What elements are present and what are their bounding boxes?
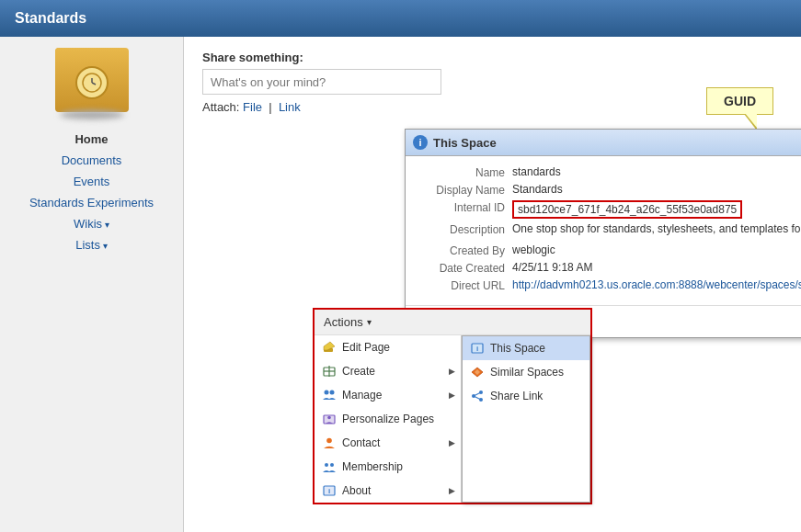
internal-id-value: sbd120ce7_671f_4b24_a26c_55f53e0ad875 <box>512 200 742 219</box>
name-value: standards <box>512 165 561 178</box>
description-value: One stop shop for standards, stylesheets… <box>512 222 801 235</box>
dialog-titlebar: i This Space ✕ <box>406 130 801 156</box>
svg-line-22 <box>474 392 481 396</box>
similar-spaces-icon <box>470 365 485 379</box>
submenu-item-share-link[interactable]: Share Link <box>463 384 589 408</box>
sidebar: Home Documents Events Standards Experime… <box>0 37 184 532</box>
actions-label: Actions <box>324 315 363 329</box>
this-space-dialog: i This Space ✕ Name standards Display Na… <box>405 129 801 338</box>
svg-point-12 <box>326 438 332 444</box>
menu-item-membership-label: Membership <box>342 460 403 473</box>
submenu-item-share-link-label: Share Link <box>490 390 543 402</box>
about-icon: i <box>322 483 337 498</box>
menu-item-personalize-pages-label: Personalize Pages <box>342 413 434 425</box>
svg-point-13 <box>325 463 328 467</box>
folder-icon <box>55 46 129 119</box>
name-label: Name <box>420 165 512 179</box>
description-label: Description <box>420 222 512 236</box>
dialog-row-direct-url: Direct URL http://dadvmh0213.us.oracle.c… <box>420 278 801 292</box>
dialog-row-internal-id: Internal ID sbd120ce7_671f_4b24_a26c_55f… <box>420 200 801 219</box>
display-name-label: Display Name <box>420 183 512 197</box>
date-created-label: Date Created <box>420 261 512 275</box>
menu-item-edit-page[interactable]: Edit Page <box>315 335 461 359</box>
created-by-label: Created By <box>420 243 512 257</box>
guid-callout: GUID <box>706 87 773 115</box>
create-icon <box>322 364 337 379</box>
actions-submenu: i This Space Similar Spaces <box>462 335 590 503</box>
sidebar-item-home[interactable]: Home <box>0 129 183 150</box>
dialog-row-display-name: Display Name Standards <box>420 183 801 197</box>
actions-main-menu: Edit Page Create Manage <box>315 335 462 503</box>
internal-id-label: Internal ID <box>420 200 512 214</box>
sidebar-item-lists[interactable]: Lists <box>0 234 183 255</box>
submenu-item-similar-spaces-label: Similar Spaces <box>490 366 564 379</box>
menu-item-contact[interactable]: Contact <box>315 431 461 455</box>
page-header: Standards <box>0 0 801 37</box>
actions-header[interactable]: Actions ▾ <box>315 310 590 335</box>
svg-point-9 <box>330 391 335 395</box>
clock-icon <box>81 72 103 94</box>
submenu-item-similar-spaces[interactable]: Similar Spaces <box>463 360 589 384</box>
menu-item-contact-label: Contact <box>342 436 380 449</box>
actions-menu-area: Actions ▾ Edit Page Create <box>313 308 592 504</box>
dialog-row-date-created: Date Created 4/25/11 9:18 AM <box>420 261 801 275</box>
guid-text: GUID <box>724 94 756 108</box>
this-space-icon: i <box>470 341 485 356</box>
svg-point-11 <box>327 416 331 420</box>
display-name-value: Standards <box>512 183 563 196</box>
direct-url-label: Direct URL <box>420 278 512 292</box>
dialog-title: This Space <box>433 136 497 150</box>
menu-item-about-label: About <box>342 484 371 497</box>
attach-label: Attach: <box>202 100 239 114</box>
svg-point-8 <box>325 391 329 395</box>
share-label: Share something: <box>202 51 783 64</box>
created-by-value: weblogic <box>512 243 555 256</box>
membership-icon <box>322 459 337 474</box>
attach-file-link[interactable]: File <box>243 100 262 114</box>
main-layout: Home Documents Events Standards Experime… <box>0 37 801 532</box>
manage-icon <box>322 388 337 402</box>
dialog-body: Name standards Display Name Standards In… <box>406 156 801 305</box>
dialog-row-description: Description One stop shop for standards,… <box>420 222 801 236</box>
folder-clock <box>75 66 109 99</box>
share-input[interactable] <box>202 69 441 95</box>
menu-item-personalize-pages[interactable]: Personalize Pages <box>315 407 461 431</box>
content-area: Share something: Attach: File | Link GUI… <box>184 37 801 532</box>
dialog-title-left: i This Space <box>413 135 497 150</box>
svg-marker-4 <box>324 342 335 350</box>
svg-text:i: i <box>476 345 478 353</box>
menu-item-about[interactable]: i About <box>315 479 461 503</box>
menu-item-create[interactable]: Create <box>315 359 461 383</box>
sidebar-item-standards-experiments[interactable]: Standards Experiments <box>0 192 183 213</box>
dialog-row-name: Name standards <box>420 165 801 179</box>
attach-link-link[interactable]: Link <box>279 100 301 114</box>
personalize-pages-icon <box>322 412 337 426</box>
contact-icon <box>322 436 337 450</box>
menu-item-membership[interactable]: Membership <box>315 455 461 479</box>
sidebar-item-wikis[interactable]: Wikis <box>0 213 183 234</box>
folder-shadow <box>60 110 124 119</box>
share-link-icon <box>470 389 485 403</box>
sidebar-item-documents[interactable]: Documents <box>0 150 183 171</box>
header-title: Standards <box>15 10 86 27</box>
direct-url-value[interactable]: http://dadvmh0213.us.oracle.com:8888/web… <box>512 278 801 291</box>
dialog-row-created-by: Created By weblogic <box>420 243 801 257</box>
menu-item-create-label: Create <box>342 365 375 378</box>
sidebar-nav: Home Documents Events Standards Experime… <box>0 129 183 255</box>
date-created-value: 4/25/11 9:18 AM <box>512 261 592 274</box>
menu-item-manage-label: Manage <box>342 389 382 402</box>
dialog-info-icon: i <box>413 135 428 150</box>
menu-item-manage[interactable]: Manage <box>315 383 461 407</box>
edit-page-icon <box>322 340 337 355</box>
svg-text:i: i <box>328 487 330 495</box>
sidebar-item-events[interactable]: Events <box>0 171 183 192</box>
menu-item-edit-page-label: Edit Page <box>342 341 390 354</box>
svg-point-14 <box>330 463 334 467</box>
submenu-item-this-space-label: This Space <box>490 342 545 355</box>
submenu-item-this-space[interactable]: i This Space <box>463 336 589 360</box>
svg-line-23 <box>474 396 481 400</box>
menu-container: Edit Page Create Manage <box>315 335 590 503</box>
sidebar-logo <box>0 46 183 119</box>
folder-body <box>55 48 129 112</box>
attach-row: Attach: File | Link <box>202 100 783 114</box>
